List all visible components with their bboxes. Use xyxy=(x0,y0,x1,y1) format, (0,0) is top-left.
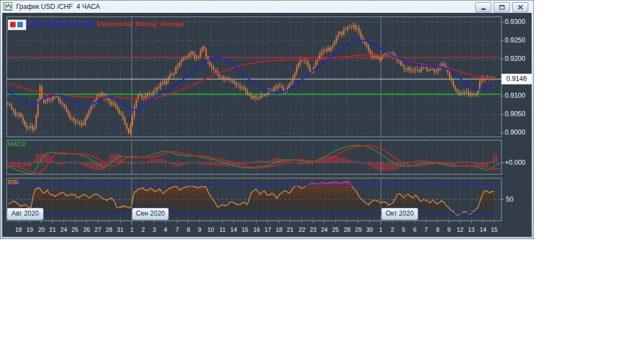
ma-blue-label: ential_Moving_Average xyxy=(27,21,95,27)
x-axis-day-label: 14 xyxy=(477,226,489,233)
chart-canvas[interactable] xyxy=(2,13,532,237)
chart-window-icon xyxy=(3,2,13,11)
x-axis-day-label: 13 xyxy=(465,226,477,233)
restore-icon xyxy=(498,3,506,11)
ma-red-label: Exponential_Moving_Average xyxy=(97,21,184,27)
macd-zero-label: +0.000 xyxy=(505,159,525,166)
close-button[interactable] xyxy=(512,2,528,12)
x-axis-day-label: 24 xyxy=(318,226,330,233)
x-axis-day-label: 4 xyxy=(159,226,172,233)
x-axis-day-label: 11 xyxy=(216,226,229,233)
x-axis-day-label: 7 xyxy=(171,226,183,233)
rsi-panel-label: RSI xyxy=(8,179,18,185)
x-axis-day-label: 21 xyxy=(284,226,296,233)
x-axis-day-label: 1 xyxy=(126,226,138,233)
x-axis-day-label: 5 xyxy=(397,226,410,233)
title-bar[interactable]: График USD /CHF 4 ЧАСА xyxy=(1,1,533,13)
current-price-badge: 0.9146 xyxy=(501,74,532,84)
chart-window: График USD /CHF 4 ЧАСА ent xyxy=(0,0,534,239)
x-axis-day-label: 9 xyxy=(443,226,455,233)
x-axis-day-label: 8 xyxy=(432,226,444,233)
rsi-level-label: 50 xyxy=(506,196,513,203)
x-axis-day-label: 22 xyxy=(296,226,308,233)
price-axis-label: 0.9200 xyxy=(505,55,525,63)
x-axis-day-label: 15 xyxy=(488,226,500,233)
price-axis-label: 0.9300 xyxy=(505,18,525,26)
window-title: График USD /CHF 4 ЧАСА xyxy=(16,3,100,11)
x-axis-day-label: 9 xyxy=(193,226,206,233)
x-axis-day-label: 31 xyxy=(114,226,126,233)
close-icon xyxy=(516,3,525,11)
month-button-aug[interactable]: Авг 2020 xyxy=(7,208,44,220)
x-axis-day-label: 25 xyxy=(69,226,81,233)
x-axis-day-label: 21 xyxy=(46,226,59,233)
x-axis-day-label: 10 xyxy=(205,226,217,233)
indicator-legend-box xyxy=(8,20,26,30)
chart-client-area: ential_Moving_Average Exponential_Moving… xyxy=(2,13,532,237)
x-axis-day-label: 8 xyxy=(182,226,195,233)
price-axis-label: 0.9100 xyxy=(505,92,525,99)
month-button-sep[interactable]: Сен 2020 xyxy=(132,208,169,220)
x-axis-day-label: 20 xyxy=(35,226,48,233)
x-axis-day-label: 29 xyxy=(352,226,364,233)
x-axis-day-label: 28 xyxy=(341,226,353,233)
x-axis-day-label: 28 xyxy=(103,226,115,233)
x-axis-day-label: 30 xyxy=(363,226,376,233)
month-button-oct[interactable]: Окт 2020 xyxy=(381,208,418,220)
x-axis-day-label: 3 xyxy=(148,226,160,233)
x-axis-day-label: 16 xyxy=(250,226,263,233)
x-axis-day-label: 18 xyxy=(273,226,285,233)
x-axis-day-label: 18 xyxy=(12,226,25,233)
price-axis-label: 0.9250 xyxy=(505,36,525,44)
price-axis-label: 0.9000 xyxy=(505,128,525,136)
price-axis-label: 0.9050 xyxy=(505,110,525,118)
minimize-icon xyxy=(479,3,488,11)
x-axis-day-label: 17 xyxy=(262,226,274,233)
x-axis-day-label: 2 xyxy=(386,226,399,233)
x-axis-day-label: 2 xyxy=(137,226,149,233)
x-axis-day-label: 25 xyxy=(329,226,342,233)
x-axis-day-label: 12 xyxy=(454,226,466,233)
x-axis-day-label: 14 xyxy=(228,226,240,233)
x-axis-day-label: 1 xyxy=(375,226,387,233)
restore-button[interactable] xyxy=(494,2,510,12)
x-axis-day-label: 24 xyxy=(58,226,70,233)
x-axis-day-label: 15 xyxy=(239,226,251,233)
x-axis-day-label: 7 xyxy=(420,226,432,233)
minimize-button[interactable] xyxy=(475,2,491,12)
x-axis-day-label: 27 xyxy=(92,226,104,233)
x-axis-day-label: 19 xyxy=(23,226,36,233)
indicator-legend: ential_Moving_Average Exponential_Moving… xyxy=(27,21,184,27)
macd-panel-label: MACD xyxy=(8,141,26,147)
x-axis-day-label: 26 xyxy=(80,226,93,233)
legend-red-chip[interactable] xyxy=(10,22,16,27)
x-axis-day-label: 6 xyxy=(409,226,421,233)
x-axis-day-label: 23 xyxy=(307,226,319,233)
window-controls xyxy=(475,2,528,12)
legend-blue-chip[interactable] xyxy=(17,22,23,27)
